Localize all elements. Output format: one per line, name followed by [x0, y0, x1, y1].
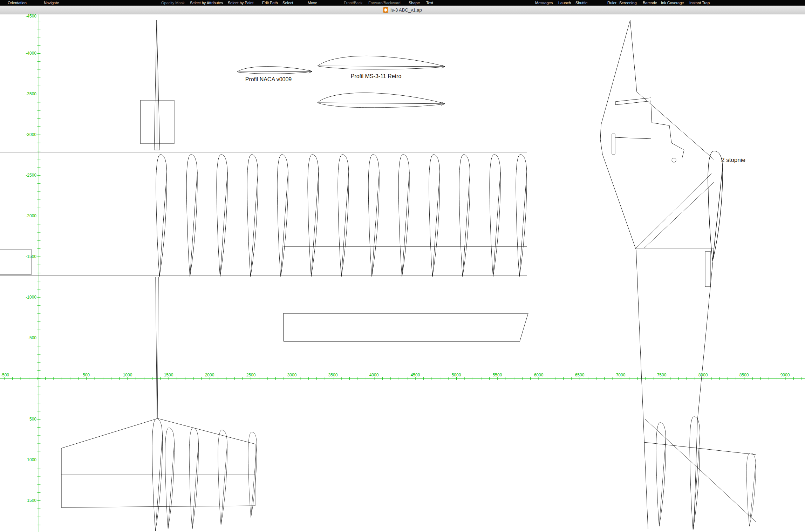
- wing-rib[interactable]: [490, 155, 500, 277]
- menu-item-messages[interactable]: Messages: [535, 1, 553, 5]
- v-ruler-label: 500: [29, 417, 36, 422]
- wing-rib[interactable]: [308, 155, 319, 277]
- v-ruler-label: -1000: [26, 295, 36, 300]
- h-ruler-label: 3500: [328, 373, 338, 377]
- h-ruler-label: 7000: [616, 373, 626, 377]
- fuselage-boom-top[interactable]: [154, 20, 160, 150]
- v-ruler-label: -2000: [26, 213, 36, 218]
- tail-rib[interactable]: [165, 428, 174, 529]
- airfoil-ms-3-11[interactable]: [318, 56, 445, 69]
- h-ruler-label: 500: [83, 373, 90, 377]
- wing-left-box[interactable]: [0, 249, 31, 275]
- h-ruler-label: 1500: [164, 373, 173, 377]
- airfoil-profiles[interactable]: Profil NACA v0009 Profil MS-3-11 Retro: [237, 56, 445, 107]
- fuselage-nose-edges[interactable]: [600, 20, 714, 250]
- menu-item-launch[interactable]: Launch: [558, 1, 571, 5]
- menu-item-front-back[interactable]: Front/Back: [344, 1, 362, 5]
- menu-item-select-by-attributes[interactable]: Select by Attributes: [190, 1, 223, 5]
- menu-item-edit-path[interactable]: Edit Path: [262, 1, 278, 5]
- title-bar[interactable]: ls-3 ABC_v1.ap: [0, 6, 805, 14]
- wing-rib[interactable]: [429, 155, 440, 277]
- menu-item-ink-coverage[interactable]: Ink Coverage: [661, 1, 684, 5]
- h-ruler-label: 1000: [123, 373, 132, 377]
- menu-item-instant-trap[interactable]: Instant Trap: [689, 1, 710, 5]
- menu-item-orientation[interactable]: Orientation: [8, 1, 27, 5]
- h-ruler-label: 8500: [739, 373, 749, 377]
- wing-rib[interactable]: [516, 155, 527, 277]
- canopy-frame[interactable]: [612, 98, 684, 158]
- wing-root-airfoil[interactable]: [708, 151, 723, 261]
- document-title: ls-3 ABC_v1.ap: [390, 7, 422, 13]
- h-ruler-label: -500: [1, 373, 9, 377]
- fuselage-boom-bottom[interactable]: [156, 277, 158, 418]
- v-ruler-label: -3000: [26, 132, 36, 137]
- menu-item-screening[interactable]: Screening: [619, 1, 637, 5]
- menu-item-select-by-paint[interactable]: Select by Paint: [228, 1, 253, 5]
- application-window: Orientation Navigate Opacity Mask Select…: [0, 0, 805, 532]
- tailplane-drawing[interactable]: [61, 418, 257, 531]
- tail-boom[interactable]: [636, 250, 714, 529]
- h-ruler-label: 3000: [287, 373, 297, 377]
- steps-label: 2 stopnie: [721, 157, 745, 163]
- h-ruler-label: 9000: [780, 373, 790, 377]
- wing-rib[interactable]: [217, 155, 227, 277]
- ms-profile-label: Profil MS-3-11 Retro: [351, 73, 402, 79]
- h-ruler-label: 6500: [575, 373, 585, 377]
- h-ruler-label: 2500: [246, 373, 256, 377]
- h-ruler-label: 8000: [698, 373, 708, 377]
- document-icon: [383, 7, 388, 13]
- menu-item-shuttle[interactable]: Shuttle: [575, 1, 587, 5]
- menu-item-select[interactable]: Select: [282, 1, 293, 5]
- h-ruler-label: 4500: [411, 373, 420, 377]
- wing-rib[interactable]: [398, 155, 409, 277]
- h-ruler-label: 2000: [205, 373, 214, 377]
- v-ruler-label: 1500: [27, 498, 36, 503]
- menu-item-opacity-mask[interactable]: Opacity Mask: [161, 1, 185, 5]
- menu-item-navigate[interactable]: Navigate: [44, 1, 59, 5]
- control-stick-pivot[interactable]: [672, 158, 676, 162]
- wing-rib[interactable]: [277, 155, 288, 277]
- wing-rib[interactable]: [338, 155, 349, 277]
- airfoil-naca-v0009[interactable]: [237, 67, 312, 74]
- wing-rib[interactable]: [247, 155, 258, 277]
- h-ruler-label: 5000: [452, 373, 461, 377]
- menu-item-text[interactable]: Text: [426, 1, 433, 5]
- wing-datum-lines[interactable]: [0, 152, 527, 276]
- aileron-trapezoid[interactable]: [284, 313, 528, 341]
- menu-bar: Orientation Navigate Opacity Mask Select…: [0, 0, 805, 6]
- fuselage-struts[interactable]: [636, 173, 714, 248]
- wing-rib[interactable]: [368, 155, 379, 277]
- h-ruler-label: 7500: [657, 373, 667, 377]
- airfoil-thick-profile[interactable]: [318, 93, 445, 108]
- fuselage-side-drawing[interactable]: 2 stopnie: [600, 20, 756, 530]
- tail-rib[interactable]: [189, 428, 198, 529]
- menu-item-move[interactable]: Move: [308, 1, 317, 5]
- menu-item-forward-backward[interactable]: Forward/Backward: [368, 1, 401, 5]
- v-ruler-label: 1000: [27, 457, 36, 462]
- document-canvas[interactable]: -4500 -4000 -3500 -3000 -2500 -2000 -150…: [0, 0, 805, 532]
- menu-item-barcode[interactable]: Barcode: [643, 1, 657, 5]
- v-ruler-label: -4000: [26, 51, 36, 56]
- wing-rib[interactable]: [459, 155, 470, 277]
- h-ruler-label: 4000: [369, 373, 379, 377]
- rear-rib[interactable]: [746, 453, 756, 526]
- v-ruler-label: -2500: [26, 173, 36, 178]
- menu-item-ruler[interactable]: Ruler: [607, 1, 616, 5]
- naca-profile-label: Profil NACA v0009: [245, 76, 292, 82]
- v-ruler-label: -3500: [26, 91, 36, 96]
- rear-rib[interactable]: [690, 417, 700, 530]
- v-ruler-label: -4500: [26, 14, 36, 19]
- wing-rib[interactable]: [156, 155, 167, 277]
- v-ruler-label: -500: [28, 335, 36, 340]
- h-ruler-label: 6000: [534, 373, 544, 377]
- menu-item-shape[interactable]: Shape: [409, 1, 420, 5]
- rear-rib[interactable]: [656, 423, 666, 526]
- h-ruler-label: 5500: [493, 373, 502, 377]
- tail-rib[interactable]: [218, 430, 227, 525]
- fin-box[interactable]: [141, 100, 174, 144]
- wing-rib[interactable]: [186, 155, 197, 277]
